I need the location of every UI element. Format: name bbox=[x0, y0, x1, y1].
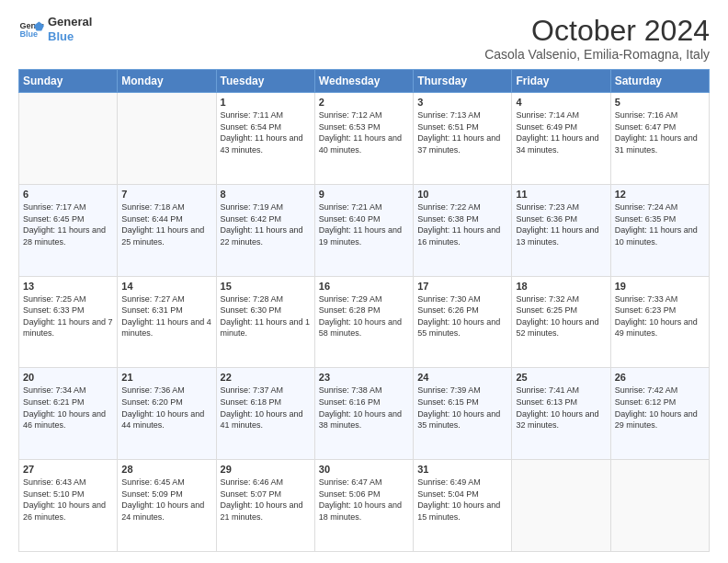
col-header-tuesday: Tuesday bbox=[216, 70, 314, 93]
cell-info: Sunrise: 7:19 AMSunset: 6:42 PMDaylight:… bbox=[221, 201, 311, 247]
day-number: 27 bbox=[23, 464, 113, 475]
cell-info: Sunrise: 6:43 AMSunset: 5:10 PMDaylight:… bbox=[23, 477, 113, 523]
day-number: 20 bbox=[23, 372, 113, 383]
calendar-cell: 9Sunrise: 7:21 AMSunset: 6:40 PMDaylight… bbox=[314, 184, 413, 276]
col-header-thursday: Thursday bbox=[414, 70, 512, 93]
day-number: 10 bbox=[417, 189, 507, 200]
day-number: 6 bbox=[23, 189, 113, 200]
calendar-cell: 3Sunrise: 7:13 AMSunset: 6:51 PMDaylight… bbox=[414, 93, 512, 185]
calendar-cell: 18Sunrise: 7:32 AMSunset: 6:25 PMDayligh… bbox=[512, 276, 610, 368]
page: General Blue General Blue October 2024 C… bbox=[0, 0, 728, 563]
month-title: October 2024 bbox=[484, 15, 710, 47]
day-number: 12 bbox=[615, 189, 705, 200]
calendar-cell: 31Sunrise: 6:49 AMSunset: 5:04 PMDayligh… bbox=[414, 460, 512, 552]
calendar-table: SundayMondayTuesdayWednesdayThursdayFrid… bbox=[18, 69, 710, 552]
day-number: 17 bbox=[417, 281, 507, 292]
calendar-cell: 7Sunrise: 7:18 AMSunset: 6:44 PMDaylight… bbox=[118, 184, 216, 276]
day-number: 29 bbox=[221, 464, 311, 475]
day-number: 11 bbox=[516, 189, 606, 200]
calendar-cell bbox=[118, 93, 216, 185]
calendar-cell: 25Sunrise: 7:41 AMSunset: 6:13 PMDayligh… bbox=[512, 368, 610, 460]
calendar-week-3: 13Sunrise: 7:25 AMSunset: 6:33 PMDayligh… bbox=[19, 276, 710, 368]
calendar-cell: 1Sunrise: 7:11 AMSunset: 6:54 PMDaylight… bbox=[216, 93, 314, 185]
calendar-cell: 21Sunrise: 7:36 AMSunset: 6:20 PMDayligh… bbox=[118, 368, 216, 460]
calendar-cell: 6Sunrise: 7:17 AMSunset: 6:45 PMDaylight… bbox=[19, 184, 118, 276]
calendar-cell: 27Sunrise: 6:43 AMSunset: 5:10 PMDayligh… bbox=[19, 460, 118, 552]
logo-blue: Blue bbox=[48, 29, 92, 44]
day-number: 25 bbox=[516, 372, 606, 383]
cell-info: Sunrise: 7:18 AMSunset: 6:44 PMDaylight:… bbox=[121, 201, 211, 247]
calendar-cell: 16Sunrise: 7:29 AMSunset: 6:28 PMDayligh… bbox=[314, 276, 413, 368]
calendar-cell: 15Sunrise: 7:28 AMSunset: 6:30 PMDayligh… bbox=[216, 276, 314, 368]
cell-info: Sunrise: 7:13 AMSunset: 6:51 PMDaylight:… bbox=[417, 109, 507, 155]
calendar-week-5: 27Sunrise: 6:43 AMSunset: 5:10 PMDayligh… bbox=[19, 460, 710, 552]
header: General Blue General Blue October 2024 C… bbox=[18, 15, 710, 62]
cell-info: Sunrise: 7:37 AMSunset: 6:18 PMDaylight:… bbox=[221, 385, 311, 431]
cell-info: Sunrise: 7:38 AMSunset: 6:16 PMDaylight:… bbox=[319, 385, 409, 431]
cell-info: Sunrise: 7:30 AMSunset: 6:26 PMDaylight:… bbox=[417, 293, 507, 339]
day-number: 22 bbox=[221, 372, 311, 383]
calendar-cell: 11Sunrise: 7:23 AMSunset: 6:36 PMDayligh… bbox=[512, 184, 610, 276]
calendar-week-1: 1Sunrise: 7:11 AMSunset: 6:54 PMDaylight… bbox=[19, 93, 710, 185]
calendar-cell bbox=[19, 93, 118, 185]
calendar-cell: 20Sunrise: 7:34 AMSunset: 6:21 PMDayligh… bbox=[19, 368, 118, 460]
cell-info: Sunrise: 6:45 AMSunset: 5:09 PMDaylight:… bbox=[121, 477, 211, 523]
calendar-cell: 4Sunrise: 7:14 AMSunset: 6:49 PMDaylight… bbox=[512, 93, 610, 185]
cell-info: Sunrise: 7:27 AMSunset: 6:31 PMDaylight:… bbox=[121, 293, 211, 339]
day-number: 26 bbox=[615, 372, 705, 383]
day-number: 19 bbox=[615, 281, 705, 292]
cell-info: Sunrise: 7:42 AMSunset: 6:12 PMDaylight:… bbox=[615, 385, 705, 431]
calendar-cell bbox=[512, 460, 610, 552]
day-number: 2 bbox=[319, 97, 409, 108]
col-header-sunday: Sunday bbox=[19, 70, 118, 93]
cell-info: Sunrise: 7:41 AMSunset: 6:13 PMDaylight:… bbox=[516, 385, 606, 431]
calendar-cell: 26Sunrise: 7:42 AMSunset: 6:12 PMDayligh… bbox=[610, 368, 709, 460]
calendar-cell: 22Sunrise: 7:37 AMSunset: 6:18 PMDayligh… bbox=[216, 368, 314, 460]
title-block: October 2024 Casola Valsenio, Emilia-Rom… bbox=[484, 15, 710, 62]
calendar-cell: 17Sunrise: 7:30 AMSunset: 6:26 PMDayligh… bbox=[414, 276, 512, 368]
cell-info: Sunrise: 6:49 AMSunset: 5:04 PMDaylight:… bbox=[417, 477, 507, 523]
calendar-cell: 12Sunrise: 7:24 AMSunset: 6:35 PMDayligh… bbox=[610, 184, 709, 276]
cell-info: Sunrise: 7:21 AMSunset: 6:40 PMDaylight:… bbox=[319, 201, 409, 247]
day-number: 15 bbox=[221, 281, 311, 292]
logo-icon: General Blue bbox=[18, 17, 44, 42]
col-header-saturday: Saturday bbox=[610, 70, 709, 93]
cell-info: Sunrise: 7:11 AMSunset: 6:54 PMDaylight:… bbox=[221, 109, 311, 155]
calendar-cell: 2Sunrise: 7:12 AMSunset: 6:53 PMDaylight… bbox=[314, 93, 413, 185]
cell-info: Sunrise: 6:46 AMSunset: 5:07 PMDaylight:… bbox=[221, 477, 311, 523]
calendar-cell: 23Sunrise: 7:38 AMSunset: 6:16 PMDayligh… bbox=[314, 368, 413, 460]
day-number: 24 bbox=[417, 372, 507, 383]
day-number: 18 bbox=[516, 281, 606, 292]
cell-info: Sunrise: 7:12 AMSunset: 6:53 PMDaylight:… bbox=[319, 109, 409, 155]
calendar-week-4: 20Sunrise: 7:34 AMSunset: 6:21 PMDayligh… bbox=[19, 368, 710, 460]
calendar-cell: 5Sunrise: 7:16 AMSunset: 6:47 PMDaylight… bbox=[610, 93, 709, 185]
col-header-wednesday: Wednesday bbox=[314, 70, 413, 93]
cell-info: Sunrise: 7:34 AMSunset: 6:21 PMDaylight:… bbox=[23, 385, 113, 431]
cell-info: Sunrise: 7:22 AMSunset: 6:38 PMDaylight:… bbox=[417, 201, 507, 247]
cell-info: Sunrise: 7:17 AMSunset: 6:45 PMDaylight:… bbox=[23, 201, 113, 247]
calendar-cell: 14Sunrise: 7:27 AMSunset: 6:31 PMDayligh… bbox=[118, 276, 216, 368]
svg-text:Blue: Blue bbox=[19, 29, 38, 39]
day-number: 31 bbox=[417, 464, 507, 475]
location-subtitle: Casola Valsenio, Emilia-Romagna, Italy bbox=[484, 47, 710, 62]
day-number: 21 bbox=[121, 372, 211, 383]
cell-info: Sunrise: 7:28 AMSunset: 6:30 PMDaylight:… bbox=[221, 293, 311, 339]
cell-info: Sunrise: 7:36 AMSunset: 6:20 PMDaylight:… bbox=[121, 385, 211, 431]
calendar-week-2: 6Sunrise: 7:17 AMSunset: 6:45 PMDaylight… bbox=[19, 184, 710, 276]
day-number: 7 bbox=[121, 189, 211, 200]
calendar-cell bbox=[610, 460, 709, 552]
logo: General Blue General Blue bbox=[18, 15, 92, 43]
day-number: 16 bbox=[319, 281, 409, 292]
day-number: 5 bbox=[615, 97, 705, 108]
calendar-cell: 8Sunrise: 7:19 AMSunset: 6:42 PMDaylight… bbox=[216, 184, 314, 276]
col-header-friday: Friday bbox=[512, 70, 610, 93]
day-number: 28 bbox=[121, 464, 211, 475]
day-number: 3 bbox=[417, 97, 507, 108]
cell-info: Sunrise: 7:39 AMSunset: 6:15 PMDaylight:… bbox=[417, 385, 507, 431]
cell-info: Sunrise: 7:29 AMSunset: 6:28 PMDaylight:… bbox=[319, 293, 409, 339]
calendar-cell: 13Sunrise: 7:25 AMSunset: 6:33 PMDayligh… bbox=[19, 276, 118, 368]
day-number: 14 bbox=[121, 281, 211, 292]
day-number: 4 bbox=[516, 97, 606, 108]
day-number: 13 bbox=[23, 281, 113, 292]
cell-info: Sunrise: 7:33 AMSunset: 6:23 PMDaylight:… bbox=[615, 293, 705, 339]
